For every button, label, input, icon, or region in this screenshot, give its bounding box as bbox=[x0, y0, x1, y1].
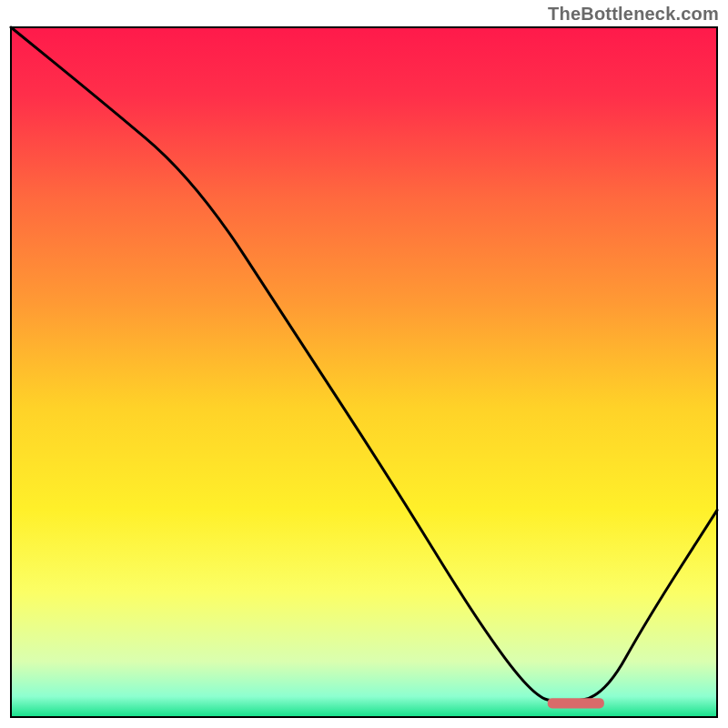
watermark-text: TheBottleneck.com bbox=[548, 4, 719, 25]
plot-background bbox=[11, 27, 717, 717]
bottleneck-chart bbox=[0, 0, 728, 728]
optimal-range-marker bbox=[548, 698, 604, 708]
chart-container: TheBottleneck.com bbox=[0, 0, 728, 728]
